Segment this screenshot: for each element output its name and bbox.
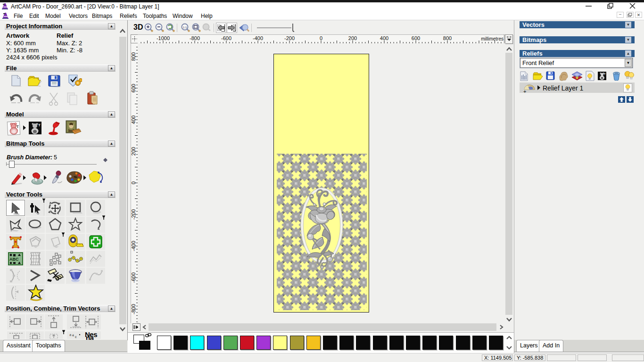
- svg-text:600: 600: [412, 35, 420, 41]
- svg-text:0: 0: [131, 181, 136, 184]
- svg-text:800: 800: [131, 52, 136, 61]
- svg-text:millimetres: millimetres: [481, 36, 504, 41]
- svg-text:+: +: [523, 89, 526, 93]
- svg-text:200: 200: [131, 147, 136, 156]
- svg-text:-600: -600: [221, 35, 231, 41]
- svg-text:200: 200: [348, 35, 357, 41]
- svg-text:-600: -600: [131, 272, 136, 283]
- svg-text:-800: -800: [131, 304, 136, 314]
- svg-text:c: c: [75, 335, 77, 338]
- svg-text:-1000: -1000: [157, 35, 170, 41]
- svg-text:-800: -800: [190, 35, 200, 41]
- svg-text:-200: -200: [131, 209, 136, 220]
- svg-text:-200: -200: [284, 35, 295, 41]
- svg-text:ABC: ABC: [9, 257, 19, 262]
- svg-text:400: 400: [131, 115, 136, 124]
- svg-text:-400: -400: [131, 241, 136, 251]
- svg-text:600: 600: [131, 84, 136, 92]
- svg-text:a a: a a: [69, 333, 74, 337]
- svg-text:0: 0: [320, 35, 322, 41]
- svg-text:1:1: 1:1: [183, 26, 187, 29]
- svg-text:-400: -400: [253, 35, 263, 41]
- svg-text:400: 400: [380, 35, 388, 41]
- svg-text:T: T: [38, 123, 41, 127]
- svg-text:T: T: [17, 124, 19, 129]
- svg-text:800: 800: [443, 35, 452, 41]
